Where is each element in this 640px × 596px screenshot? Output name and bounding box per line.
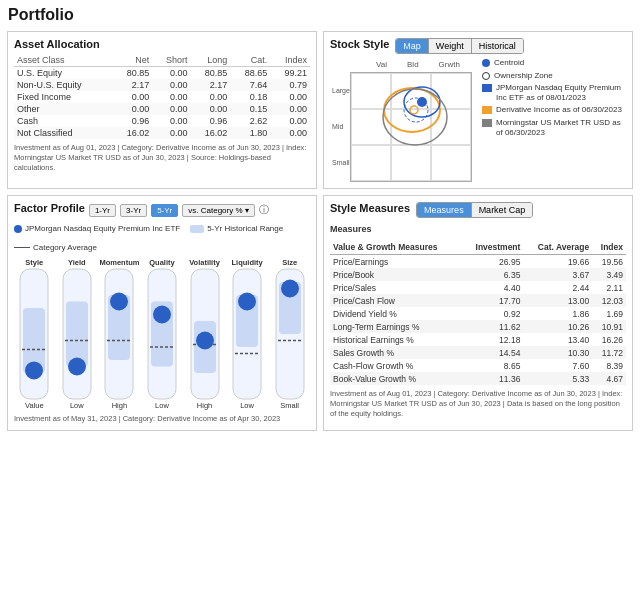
table-cell: 1.80: [230, 127, 270, 139]
table-cell: 0.00: [270, 127, 310, 139]
table-row: Other0.000.000.000.150.00: [14, 103, 310, 115]
stock-style-title: Stock Style: [330, 38, 389, 50]
table-cell: 0.79: [270, 79, 310, 91]
factor-column: SizeSmall: [272, 258, 308, 410]
table-cell: Book-Value Growth %: [330, 372, 462, 385]
table-cell: 0.96: [191, 115, 231, 127]
legend-centroid-label: Centroid: [494, 58, 524, 68]
factor-column: StyleValue: [16, 258, 52, 410]
table-row: Not Classified16.020.0016.021.800.00: [14, 127, 310, 139]
measures-tabs[interactable]: Measures Market Cap: [416, 202, 533, 218]
factor-bar-svg: [187, 269, 223, 399]
tab-measures[interactable]: Measures: [417, 203, 472, 217]
factor-label-top: Volatility: [189, 258, 220, 267]
table-cell: 6.35: [462, 268, 523, 281]
table-cell: 8.65: [462, 359, 523, 372]
table-cell: 2.44: [523, 281, 592, 294]
stock-style-tabs[interactable]: Map Weight Historical: [395, 38, 523, 54]
table-cell: 8.39: [592, 359, 626, 372]
legend-jpmorgan-icon: [482, 84, 492, 92]
axis-bld: Bld: [407, 60, 419, 69]
table-cell: 0.00: [191, 91, 231, 103]
factor-legend: JPMorgan Nasdaq Equity Premium Inc ETF 5…: [14, 224, 310, 252]
svg-point-25: [196, 332, 214, 350]
table-cell: Cash-Flow Growth %: [330, 359, 462, 372]
factor-footnote: Investment as of May 31, 2023 | Category…: [14, 414, 310, 424]
table-cell: 0.96: [112, 115, 152, 127]
table-cell: 0.00: [152, 103, 190, 115]
table-cell: 1.86: [523, 307, 592, 320]
table-row: Non-U.S. Equity2.170.002.177.640.79: [14, 79, 310, 91]
table-cell: Historical Earnings %: [330, 333, 462, 346]
legend-jpmorgan-text: JPMorgan Nasdaq Equity Premium Inc ETF: [25, 224, 180, 233]
table-cell: 0.18: [230, 91, 270, 103]
style-measures-section: Style Measures Measures Market Cap Measu…: [323, 195, 633, 431]
table-row: Price/Earnings26.9519.6619.56: [330, 255, 626, 269]
factor-label-bottom: Value: [25, 401, 44, 410]
svg-rect-11: [66, 302, 88, 367]
measures-table: Value & Growth Measures Investment Cat. …: [330, 240, 626, 385]
table-cell: 16.02: [112, 127, 152, 139]
table-cell: 7.60: [523, 359, 592, 372]
legend-historical-text: 5-Yr Historical Range: [207, 224, 283, 233]
table-row: Cash-Flow Growth %8.657.608.39: [330, 359, 626, 372]
table-row: Historical Earnings %12.1813.4016.26: [330, 333, 626, 346]
table-cell: 16.26: [592, 333, 626, 346]
table-cell: 3.67: [523, 268, 592, 281]
period-3yr-btn[interactable]: 3-Yr: [120, 204, 147, 217]
factor-column: LiquidityLow: [229, 258, 265, 410]
table-row: Sales Growth %14.5410.3011.72: [330, 346, 626, 359]
style-grid: [350, 72, 472, 182]
factor-bar-svg: [16, 269, 52, 399]
legend-jpmorgan-label: JPMorgan Nasdaq Equity Premium Inc ETF a…: [496, 83, 626, 102]
table-row: Price/Sales4.402.442.11: [330, 281, 626, 294]
info-icon[interactable]: ⓘ: [259, 203, 269, 217]
svg-point-21: [153, 306, 171, 324]
table-cell: Sales Growth %: [330, 346, 462, 359]
table-cell: 5.33: [523, 372, 592, 385]
table-cell: 2.11: [592, 281, 626, 294]
factor-label-top: Size: [282, 258, 297, 267]
factor-column: YieldLow: [59, 258, 95, 410]
svg-point-9: [25, 361, 43, 379]
axis-val: Val: [376, 60, 387, 69]
col-index: Index: [270, 54, 310, 67]
col-cat: Cat.: [230, 54, 270, 67]
svg-point-29: [238, 293, 256, 311]
measures-col-cat: Cat. Average: [523, 240, 592, 255]
table-cell: 11.72: [592, 346, 626, 359]
table-cell: 2.62: [230, 115, 270, 127]
table-cell: Dividend Yield %: [330, 307, 462, 320]
table-cell: 0.00: [191, 103, 231, 115]
legend-category-text: Category Average: [33, 243, 97, 252]
table-row: Long-Term Earnings %11.6210.2610.91: [330, 320, 626, 333]
tab-historical[interactable]: Historical: [472, 39, 523, 53]
legend-derivative-label: Derivative Income as of 06/30/2023: [496, 105, 622, 115]
table-cell: U.S. Equity: [14, 67, 112, 80]
period-5yr-btn[interactable]: 5-Yr: [151, 204, 178, 217]
period-1yr-btn[interactable]: 1-Yr: [89, 204, 116, 217]
stock-style-legend: Centroid Ownership Zone JPMorgan Nasdaq …: [482, 58, 626, 182]
factor-label-top: Yield: [68, 258, 86, 267]
tab-map[interactable]: Map: [396, 39, 429, 53]
col-short: Short: [152, 54, 190, 67]
table-cell: Price/Book: [330, 268, 462, 281]
factor-label-top: Momentum: [99, 258, 139, 267]
asset-allocation-section: Asset Allocation Asset Class Net Short L…: [7, 31, 317, 189]
table-row: Price/Cash Flow17.7013.0012.03: [330, 294, 626, 307]
asset-footnote: Investment as of Aug 01, 2023 | Category…: [14, 143, 310, 172]
col-long: Long: [191, 54, 231, 67]
table-cell: 10.26: [523, 320, 592, 333]
col-net: Net: [112, 54, 152, 67]
factor-label-bottom: Small: [280, 401, 299, 410]
legend-category-line: [14, 247, 30, 248]
tab-market-cap[interactable]: Market Cap: [472, 203, 533, 217]
stock-style-section: Stock Style Map Weight Historical Val Bl…: [323, 31, 633, 189]
table-cell: Fixed Income: [14, 91, 112, 103]
table-row: Book-Value Growth %11.365.334.67: [330, 372, 626, 385]
factor-bar-svg: [229, 269, 265, 399]
factor-chart: StyleValueYieldLowMomentumHighQualityLow…: [14, 258, 310, 410]
tab-weight[interactable]: Weight: [429, 39, 472, 53]
table-cell: 0.00: [152, 79, 190, 91]
category-dropdown[interactable]: vs. Category % ▾: [182, 204, 254, 217]
